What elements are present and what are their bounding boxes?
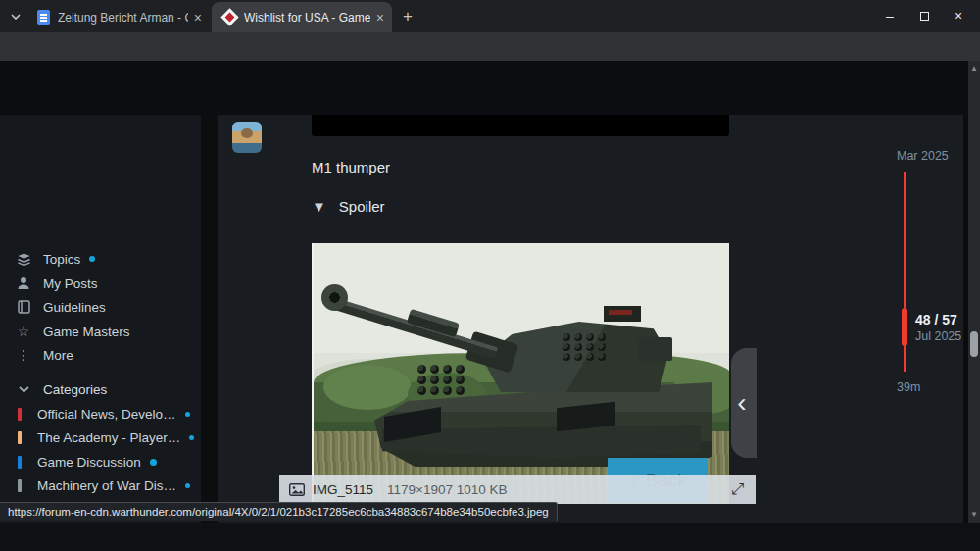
warthunder-favicon [220, 8, 238, 25]
window-maximize-button[interactable] [907, 0, 941, 31]
unread-dot [89, 256, 95, 262]
timeline-handle[interactable] [902, 308, 907, 346]
cropped-image-above[interactable] [312, 115, 729, 136]
smoke-launchers-left [417, 365, 466, 395]
tab-close-icon[interactable]: × [374, 10, 392, 25]
category-color-bar [18, 456, 22, 469]
tank-gun-barrel [333, 298, 498, 359]
smoke-launchers-right [563, 333, 608, 361]
image-dimensions: 1179×1907 1010 KB [387, 482, 508, 497]
browser-tab-strip: Zeitung Bericht Arman - Google × Wishlis… [0, 0, 980, 32]
scroll-up-icon[interactable]: ▲ [970, 65, 978, 73]
book-icon [16, 300, 31, 314]
spoiler-label: Spoiler [339, 198, 385, 215]
sidebar-item-my-posts[interactable]: My Posts [0, 273, 201, 294]
unread-dot [189, 435, 194, 440]
screen: Zeitung Bericht Arman - Google × Wishlis… [0, 0, 980, 551]
sidebar-category[interactable]: Official News, Develo… [0, 403, 201, 425]
timeline-start-date[interactable]: Mar 2025 [897, 149, 949, 163]
image-icon [289, 483, 305, 496]
new-tab-button[interactable]: + [398, 7, 417, 26]
category-label: Machinery of War Dis… [37, 478, 176, 493]
post-text: M1 thumper [312, 159, 390, 175]
categories-header: Categories [43, 382, 107, 397]
browser-toolbar: ← → ↻ forum.warthunder.com/t/wishlist-fo… [0, 32, 980, 61]
sidebar-label: Guidelines [43, 300, 106, 315]
chevron-down-icon [16, 386, 31, 393]
google-docs-icon [37, 10, 50, 25]
spoiler-triangle-icon: ▼ [312, 198, 326, 215]
windows-taskbar [0, 523, 980, 551]
sidebar-item-topics[interactable]: Topics [0, 248, 201, 270]
sidebar-item-more[interactable]: ⋮ More [0, 344, 201, 366]
sidebar-label: More [43, 348, 74, 363]
forum-header: ★WAR★ THUNDER Wishlist for USA Game Disc… [0, 61, 980, 115]
sidebar-label: Topics [43, 252, 80, 267]
scroll-down-icon[interactable]: ▼ [970, 511, 978, 519]
tab-title: Wishlist for USA - Game Discus [244, 11, 370, 25]
category-label: Game Discussion [37, 455, 141, 470]
unread-dot [185, 412, 190, 417]
unread-dot [185, 483, 190, 488]
link-status-bar: https://forum-en-cdn.warthunder.com/orig… [0, 502, 558, 521]
tank-muzzle [321, 284, 348, 311]
tab-search-button[interactable] [6, 7, 25, 26]
timeline-current-date: Jul 2025 [915, 329, 961, 343]
tab-title: Zeitung Bericht Arman - Google [58, 11, 188, 25]
window-minimize-button[interactable]: – [873, 0, 906, 31]
layers-icon [16, 252, 31, 267]
sidebar-label: My Posts [43, 276, 98, 291]
category-color-bar [18, 408, 22, 421]
tab-close-icon[interactable]: × [192, 10, 210, 25]
category-color-bar [18, 479, 22, 492]
post-author-avatar[interactable] [232, 122, 262, 153]
window-close-button[interactable]: × [942, 0, 975, 31]
image-caption-bar: IMG_5115 1179×1907 1010 KB ⤢ [279, 475, 756, 504]
sidebar-label: Game Masters [43, 325, 130, 339]
tank-stowage-box [639, 337, 672, 361]
timeline-age: 39m [897, 380, 920, 394]
timeline-track[interactable] [904, 172, 906, 308]
category-label: Official News, Develo… [37, 407, 176, 422]
category-label: The Academy - Player… [37, 430, 180, 445]
sidebar-category[interactable]: Game Discussion [0, 451, 201, 473]
sidebar-item-guidelines[interactable]: Guidelines [0, 296, 201, 318]
timeline-track[interactable] [904, 346, 906, 372]
image-filename: IMG_5115 [313, 482, 373, 497]
expand-icon[interactable]: ⤢ [731, 480, 744, 498]
maximize-icon [920, 12, 929, 21]
unread-dot [150, 459, 157, 466]
sidebar-category[interactable]: Machinery of War Dis… [0, 475, 201, 496]
spoiler-toggle[interactable]: ▼ Spoiler [312, 198, 385, 215]
tab-google-docs[interactable]: Zeitung Bericht Arman - Google × [27, 2, 210, 32]
sidebar: Topics My Posts Guidelines ☆ Game Master… [0, 115, 201, 523]
tree-clump [323, 365, 412, 410]
chevron-down-icon [11, 14, 21, 20]
more-vertical-icon: ⋮ [16, 347, 31, 363]
scrollbar-thumb[interactable] [970, 331, 978, 357]
carousel-prev-button[interactable]: ‹ [731, 348, 757, 458]
sidebar-divider [201, 115, 218, 523]
sidebar-item-game-masters[interactable]: ☆ Game Masters [0, 321, 201, 342]
tank-sight [604, 306, 641, 322]
status-url: https://forum-en-cdn.warthunder.com/orig… [8, 506, 549, 518]
sidebar-category[interactable]: The Academy - Player… [0, 426, 201, 448]
timeline-position: 48 / 57 [915, 312, 957, 327]
star-icon: ☆ [16, 324, 31, 339]
person-icon [16, 276, 31, 290]
page-scrollbar[interactable] [968, 61, 980, 523]
sidebar-section-categories[interactable]: Categories [0, 378, 201, 400]
tab-wishlist-active[interactable]: Wishlist for USA - Game Discus × [212, 2, 392, 32]
category-color-bar [18, 431, 22, 444]
chevron-left-icon: ‹ [737, 389, 746, 417]
